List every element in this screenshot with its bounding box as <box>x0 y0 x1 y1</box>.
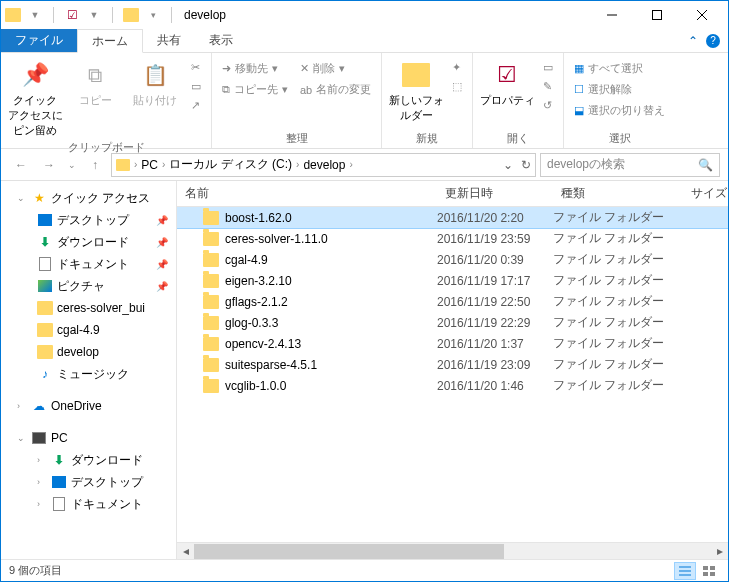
tree-documents[interactable]: ドキュメント📌 <box>1 253 176 275</box>
file-list[interactable]: boost-1.62.02016/11/20 2:20ファイル フォルダーcer… <box>177 207 728 542</box>
paste-button[interactable]: 📋 貼り付け <box>127 55 183 108</box>
copy-path-button[interactable]: ▭ <box>187 78 205 95</box>
file-row[interactable]: suitesparse-4.5.12016/11/19 23:09ファイル フォ… <box>177 354 728 375</box>
tree-pc[interactable]: ⌄PC <box>1 427 176 449</box>
easy-access-button[interactable]: ⬚ <box>448 78 466 95</box>
file-row[interactable]: opencv-2.4.132016/11/20 1:37ファイル フォルダー <box>177 333 728 354</box>
details-view-button[interactable] <box>674 562 696 580</box>
file-row[interactable]: ceres-solver-1.11.02016/11/19 23:59ファイル … <box>177 228 728 249</box>
svg-rect-8 <box>710 566 715 570</box>
tree-folder-develop[interactable]: develop <box>1 341 176 363</box>
open-button[interactable]: ▭ <box>539 59 557 76</box>
copy-button[interactable]: ⧉ コピー <box>67 55 123 108</box>
expand-icon[interactable]: › <box>17 401 27 411</box>
new-item-button[interactable]: ✦ <box>448 59 466 76</box>
expand-icon[interactable]: › <box>37 455 47 465</box>
column-type[interactable]: 種類 <box>553 185 683 202</box>
search-input[interactable]: developの検索 🔍 <box>540 153 720 177</box>
file-row[interactable]: vcglib-1.0.02016/11/20 1:46ファイル フォルダー <box>177 375 728 396</box>
file-date: 2016/11/20 2:20 <box>437 211 553 225</box>
minimize-button[interactable] <box>589 1 634 29</box>
tab-view[interactable]: 表示 <box>195 29 247 52</box>
copy-to-button[interactable]: ⧉コピー先▾ <box>218 80 292 99</box>
tree-pc-documents[interactable]: ›ドキュメント <box>1 493 176 515</box>
up-button[interactable]: ↑ <box>83 153 107 177</box>
download-icon: ⬇ <box>51 452 67 468</box>
dropdown-icon[interactable]: ⌄ <box>503 158 513 172</box>
tab-file[interactable]: ファイル <box>1 29 77 52</box>
forward-button[interactable]: → <box>37 153 61 177</box>
collapse-icon[interactable]: ⌄ <box>17 193 27 203</box>
chevron-right-icon[interactable]: › <box>162 159 165 170</box>
chevron-right-icon[interactable]: › <box>134 159 137 170</box>
file-row[interactable]: cgal-4.92016/11/20 0:39ファイル フォルダー <box>177 249 728 270</box>
horizontal-scrollbar[interactable]: ◂ ▸ <box>177 542 728 559</box>
tree-pictures[interactable]: ピクチャ📌 <box>1 275 176 297</box>
tab-share[interactable]: 共有 <box>143 29 195 52</box>
qat-dropdown-icon[interactable]: ▼ <box>27 7 43 23</box>
tree-music[interactable]: ♪ミュージック <box>1 363 176 385</box>
ribbon-group-open: ☑ プロパティ ▭ ✎ ↺ 開く <box>473 53 564 148</box>
tree-desktop[interactable]: デスクトップ📌 <box>1 209 176 231</box>
history-button[interactable]: ↺ <box>539 97 557 114</box>
file-row[interactable]: gflags-2.1.22016/11/19 22:50ファイル フォルダー <box>177 291 728 312</box>
tree-folder-cgal[interactable]: cgal-4.9 <box>1 319 176 341</box>
tree-pc-desktop[interactable]: ›デスクトップ <box>1 471 176 493</box>
qat-dropdown-icon[interactable]: ▼ <box>86 7 102 23</box>
scroll-right-icon[interactable]: ▸ <box>711 543 728 560</box>
tree-folder-ceres[interactable]: ceres-solver_bui <box>1 297 176 319</box>
column-name[interactable]: 名前 <box>177 185 437 202</box>
chevron-right-icon[interactable]: › <box>349 159 352 170</box>
scroll-thumb[interactable] <box>194 544 504 559</box>
select-none-button[interactable]: ☐選択解除 <box>570 80 669 99</box>
file-row[interactable]: boost-1.62.02016/11/20 2:20ファイル フォルダー <box>177 207 728 228</box>
rename-button[interactable]: ab名前の変更 <box>296 80 375 99</box>
expand-icon[interactable]: › <box>37 499 47 509</box>
ribbon-collapse-icon[interactable]: ⌃ <box>688 34 698 48</box>
delete-button[interactable]: ✕削除▾ <box>296 59 375 78</box>
pin-icon: 📌 <box>156 237 168 248</box>
pin-quick-access-button[interactable]: 📌 クイック アクセスにピン留め <box>7 55 63 138</box>
new-folder-button[interactable]: 新しいフォルダー <box>388 55 444 123</box>
address-bar[interactable]: › PC › ローカル ディスク (C:) › develop › ⌄ ↻ <box>111 153 536 177</box>
file-row[interactable]: eigen-3.2.102016/11/19 17:17ファイル フォルダー <box>177 270 728 291</box>
cut-button[interactable]: ✂ <box>187 59 205 76</box>
collapse-icon[interactable]: ⌄ <box>17 433 27 443</box>
qat-customize-icon[interactable]: ▾ <box>145 7 161 23</box>
chevron-right-icon[interactable]: › <box>296 159 299 170</box>
copy-label: コピー <box>79 93 112 108</box>
paste-shortcut-button[interactable]: ↗ <box>187 97 205 114</box>
help-icon[interactable]: ? <box>706 34 720 48</box>
close-button[interactable] <box>679 1 724 29</box>
folder-icon <box>203 211 219 225</box>
breadcrumb[interactable]: ローカル ディスク (C:) <box>169 156 292 173</box>
expand-icon[interactable]: › <box>37 477 47 487</box>
column-size[interactable]: サイズ <box>683 185 728 202</box>
properties-icon[interactable]: ☑ <box>64 7 80 23</box>
move-to-button[interactable]: ➜移動先▾ <box>218 59 292 78</box>
breadcrumb[interactable]: develop <box>303 158 345 172</box>
group-label: 選択 <box>570 129 669 148</box>
chevron-down-icon: ▾ <box>272 62 278 75</box>
tree-downloads[interactable]: ⬇ダウンロード📌 <box>1 231 176 253</box>
properties-button[interactable]: ☑ プロパティ <box>479 55 535 108</box>
scroll-left-icon[interactable]: ◂ <box>177 543 194 560</box>
file-row[interactable]: glog-0.3.32016/11/19 22:29ファイル フォルダー <box>177 312 728 333</box>
refresh-icon[interactable]: ↻ <box>521 158 531 172</box>
tree-onedrive[interactable]: ›☁OneDrive <box>1 395 176 417</box>
invert-selection-button[interactable]: ⬓選択の切り替え <box>570 101 669 120</box>
recent-locations-button[interactable]: ⌄ <box>65 153 79 177</box>
window-controls <box>589 1 724 29</box>
breadcrumb[interactable]: PC <box>141 158 158 172</box>
tree-quick-access[interactable]: ⌄ ★ クイック アクセス <box>1 187 176 209</box>
back-button[interactable]: ← <box>9 153 33 177</box>
tab-home[interactable]: ホーム <box>77 29 143 53</box>
tree-pc-downloads[interactable]: ›⬇ダウンロード <box>1 449 176 471</box>
pictures-icon <box>37 278 53 294</box>
edit-button[interactable]: ✎ <box>539 78 557 95</box>
column-date[interactable]: 更新日時 <box>437 185 553 202</box>
maximize-button[interactable] <box>634 1 679 29</box>
select-all-button[interactable]: ▦すべて選択 <box>570 59 669 78</box>
thumbnails-view-button[interactable] <box>698 562 720 580</box>
file-date: 2016/11/20 1:46 <box>437 379 553 393</box>
